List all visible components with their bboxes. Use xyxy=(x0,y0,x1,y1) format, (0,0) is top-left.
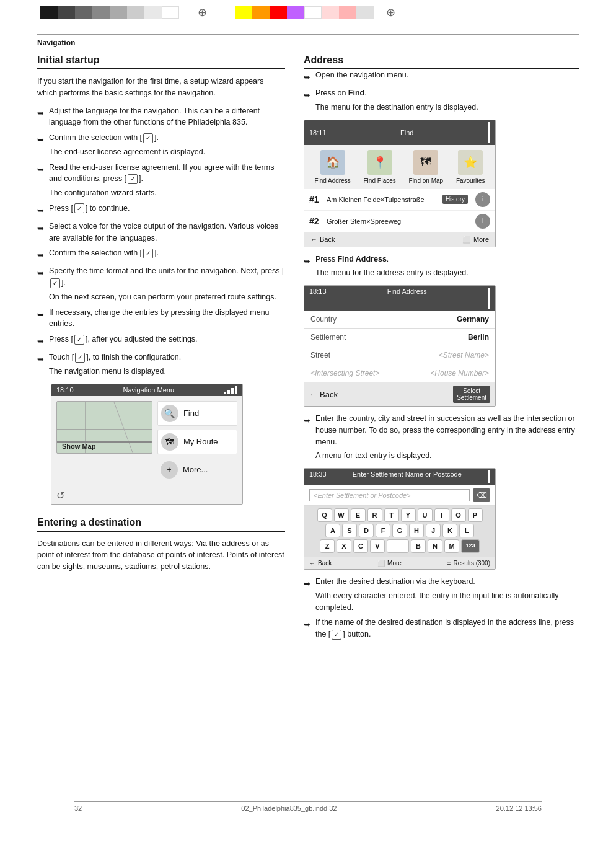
key-w[interactable]: W xyxy=(334,508,349,522)
find-address-screenshot: 18:13 Find Address Country Germany Settl… xyxy=(304,285,496,407)
indent-text: With every character entered, the entry … xyxy=(315,590,579,614)
fa-street-value: <Street Name> xyxy=(439,351,489,360)
fa-time: 18:13 xyxy=(309,288,327,309)
find-label: Find xyxy=(183,408,199,418)
key-space[interactable] xyxy=(387,539,409,553)
history-num-2: #2 xyxy=(309,216,322,226)
list-item: Enter the desired destination via the ke… xyxy=(304,576,579,613)
kb-more-button[interactable]: ⬜ More xyxy=(377,560,402,567)
kb-back-button[interactable]: ← Back xyxy=(309,560,332,567)
signal-bar xyxy=(224,392,226,394)
key-q[interactable]: Q xyxy=(317,508,332,522)
step-text: Press Find Address. The menu for the add… xyxy=(315,254,579,280)
list-item: Press Find Address. The menu for the add… xyxy=(304,254,579,280)
find-places-icon-item[interactable]: 📍 Find Places xyxy=(364,150,396,184)
key-k[interactable]: K xyxy=(442,524,457,537)
after-find-steps: Press Find Address. The menu for the add… xyxy=(304,254,579,280)
key-i[interactable]: I xyxy=(434,508,449,522)
checkmark-icon: ✓ xyxy=(143,133,153,143)
key-c[interactable]: C xyxy=(353,539,368,553)
fa-bottom: ← Back Select Settlement xyxy=(304,382,495,406)
more-square-icon: ⬜ xyxy=(462,236,471,244)
fa-title: Find Address xyxy=(387,288,427,309)
fa-select-button[interactable]: Select Settlement xyxy=(453,386,490,403)
key-h[interactable]: H xyxy=(409,524,424,537)
arrow-icon xyxy=(304,255,310,268)
key-r[interactable]: R xyxy=(367,508,382,522)
fa-intersecting-row[interactable]: <Intersecting Street> <House Number> xyxy=(304,364,495,382)
entering-destination-body: Destinations can be entered in different… xyxy=(37,538,285,573)
nav-menu-time: 18:10 xyxy=(56,386,74,394)
favourites-icon-item[interactable]: ⭐ Favourites xyxy=(456,150,485,184)
key-b[interactable]: B xyxy=(411,539,426,553)
arrow-icon xyxy=(37,163,44,176)
nav-menu-bottom: ↺ xyxy=(51,487,242,504)
fa-country-row[interactable]: Country Germany xyxy=(304,311,495,329)
key-u[interactable]: U xyxy=(418,508,433,522)
step-text: Specify the time format and the units fo… xyxy=(49,265,285,302)
color-swatch xyxy=(92,6,110,19)
key-123[interactable]: 123 xyxy=(461,539,480,553)
arrow-icon xyxy=(37,335,44,348)
fa-settlement-row[interactable]: Settlement Berlin xyxy=(304,329,495,346)
signal-bar xyxy=(488,301,490,309)
indent-text: The end-user license agreement is displa… xyxy=(49,146,285,158)
key-s[interactable]: S xyxy=(342,524,357,537)
fa-back-label: Back xyxy=(320,390,338,399)
key-f[interactable]: F xyxy=(376,524,390,537)
step-text: Press on Find. The menu for the destinat… xyxy=(315,87,579,113)
key-y[interactable]: Y xyxy=(401,508,416,522)
results-label: Results (300) xyxy=(454,560,490,567)
kb-input-field[interactable]: <Enter Settlement or Postcode> xyxy=(309,489,470,501)
kb-header: 18:33 Enter Settlement Name or Postcode xyxy=(304,469,495,485)
key-p[interactable]: P xyxy=(468,508,483,522)
back-button[interactable]: ← Back xyxy=(310,236,335,244)
color-swatch xyxy=(75,6,92,19)
signal-bars xyxy=(488,122,490,143)
nav-menu-map-container: Show Map xyxy=(56,401,152,482)
color-swatch xyxy=(144,6,162,19)
kb-title: Enter Settlement Name or Postcode xyxy=(353,470,462,483)
key-j[interactable]: J xyxy=(426,524,441,537)
key-z[interactable]: Z xyxy=(320,539,335,553)
signal-bars xyxy=(224,386,237,394)
show-map-label: Show Map xyxy=(62,443,95,450)
keyboard-keys: Q W E R T Y U I O P A S D xyxy=(304,506,495,557)
color-swatch xyxy=(40,6,58,19)
kb-back-label: Back xyxy=(318,560,332,567)
fa-header: 18:13 Find Address xyxy=(304,286,495,311)
fa-street-row[interactable]: Street <Street Name> xyxy=(304,346,495,364)
fa-select-label: Select xyxy=(457,387,486,394)
key-x[interactable]: X xyxy=(337,539,351,553)
key-e[interactable]: E xyxy=(351,508,366,522)
key-g[interactable]: G xyxy=(392,524,407,537)
key-o[interactable]: O xyxy=(451,508,466,522)
address-initial-steps: Open the navigation menu. Press on Find.… xyxy=(304,69,579,113)
key-d[interactable]: D xyxy=(359,524,374,537)
more-button[interactable]: ⬜ More xyxy=(462,236,489,244)
kb-backspace-button[interactable]: ⌫ xyxy=(473,488,490,502)
history-row-1: #1 Am Kleinen Felde×Tulpenstraße History… xyxy=(304,189,495,211)
key-t[interactable]: T xyxy=(384,508,399,522)
color-swatch xyxy=(235,6,252,19)
arrow-icon xyxy=(37,267,44,280)
checkmark-icon: ✓ xyxy=(332,630,341,640)
key-n[interactable]: N xyxy=(428,539,442,553)
key-a[interactable]: A xyxy=(325,524,340,537)
list-item: If the name of the desired destination i… xyxy=(304,617,579,640)
history-button[interactable]: History xyxy=(442,195,468,204)
find-address-icon-item[interactable]: 🏠 Find Address xyxy=(314,150,350,184)
page-footer: 32 02_Philadelphia835_gb.indd 32 20.12.1… xyxy=(74,801,542,812)
key-l[interactable]: L xyxy=(459,524,474,537)
find-map-icon-item[interactable]: 🗺 Find on Map xyxy=(409,150,444,184)
find-places-label: Find Places xyxy=(364,177,396,184)
key-m[interactable]: M xyxy=(444,539,459,553)
color-swatch xyxy=(356,6,374,19)
fa-back-button[interactable]: ← Back xyxy=(309,390,338,399)
history-num-1: #1 xyxy=(309,195,322,205)
find-places-icon: 📍 xyxy=(367,150,392,175)
color-swatch xyxy=(58,6,75,19)
key-v[interactable]: V xyxy=(370,539,385,553)
arrow-icon xyxy=(304,414,310,427)
history-text-1: Am Kleinen Felde×Tulpenstraße xyxy=(327,196,438,203)
